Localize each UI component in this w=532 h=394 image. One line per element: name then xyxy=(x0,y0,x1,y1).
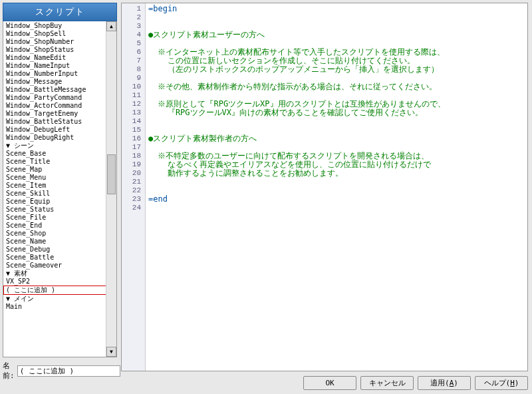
gutter-line: 4 xyxy=(122,31,145,39)
button-bar: OK キャンセル 適用(A) ヘルプ(H) xyxy=(303,376,528,390)
list-item[interactable]: Scene_End xyxy=(3,222,116,230)
gutter-line: 3 xyxy=(122,22,145,31)
list-item[interactable]: Window_NumberInput xyxy=(3,70,116,78)
gutter-line: 10 xyxy=(122,83,145,91)
code-line xyxy=(148,13,446,22)
list-item[interactable]: Scene_Equip xyxy=(3,198,116,206)
list-item[interactable]: Window_ActorCommand xyxy=(3,102,116,110)
list-item[interactable]: Window_ShopSell xyxy=(3,30,116,38)
list-section-header: ▼ 素材 xyxy=(3,270,116,278)
code-line: 『RPGツクールVX』向けの素材であることを確認してご使用ください。 xyxy=(148,108,446,117)
gutter-line: 11 xyxy=(122,91,145,100)
gutter-line: 22 xyxy=(122,186,145,195)
gutter-line: 12 xyxy=(122,100,145,108)
sidebar-title: スクリプト xyxy=(3,3,117,21)
gutter-line: 8 xyxy=(122,65,145,74)
code-line: （左のリストボックスのポップアップメニューから「挿入」を選択します） xyxy=(148,65,446,74)
list-item[interactable]: Scene_Skill xyxy=(3,190,116,198)
name-input[interactable] xyxy=(17,365,120,377)
list-item[interactable]: ( ここに追加 ) xyxy=(3,286,116,295)
list-item[interactable]: Scene_Shop xyxy=(3,230,116,238)
list-item[interactable]: Scene_Map xyxy=(3,166,116,174)
code-line: ●スクリプト素材ユーザーの方へ xyxy=(148,31,446,39)
gutter-line: 6 xyxy=(122,48,145,57)
list-item[interactable]: Window_DebugLeft xyxy=(3,126,116,134)
code-line: =end xyxy=(148,195,446,204)
gutter-line: 13 xyxy=(122,108,145,117)
gutter-line: 5 xyxy=(122,39,145,48)
list-item[interactable]: Window_NameInput xyxy=(3,62,116,70)
list-item[interactable]: Window_TargetEnemy xyxy=(3,110,116,118)
gutter-line: 7 xyxy=(122,57,145,65)
apply-button[interactable]: 適用(A) xyxy=(418,376,471,390)
gutter-line: 16 xyxy=(122,134,145,143)
list-item[interactable]: Scene_Battle xyxy=(3,254,116,262)
gutter-line: 1 xyxy=(122,5,145,13)
script-list[interactable]: Window_ShopBuyWindow_ShopSellWindow_Shop… xyxy=(3,21,117,357)
list-item[interactable]: VX_SP2 xyxy=(3,278,116,286)
list-item[interactable]: Window_ShopStatus xyxy=(3,46,116,54)
list-item[interactable]: Scene_Menu xyxy=(3,174,116,182)
list-item[interactable]: Scene_Gameover xyxy=(3,262,116,270)
code-line xyxy=(148,204,446,212)
list-item[interactable]: Scene_Title xyxy=(3,158,116,166)
code-content[interactable]: =begin●スクリプト素材ユーザーの方へ ※インターネット上の素材配布サイト等… xyxy=(148,5,446,212)
gutter-line: 19 xyxy=(122,160,145,169)
list-item[interactable]: Window_ShopBuy xyxy=(3,22,116,30)
code-line xyxy=(148,186,446,195)
scroll-up-button[interactable]: ▲ xyxy=(106,21,116,31)
name-row: 名前: xyxy=(3,361,117,381)
list-section-header: ▼ シーン xyxy=(3,142,116,150)
gutter-line: 21 xyxy=(122,178,145,186)
code-line xyxy=(148,178,446,186)
list-item[interactable]: Scene_Name xyxy=(3,238,116,246)
gutter-line: 23 xyxy=(122,195,145,204)
list-item[interactable]: Scene_Status xyxy=(3,206,116,214)
list-item[interactable]: Window_BattleStatus xyxy=(3,118,116,126)
code-line: ●スクリプト素材製作者の方へ xyxy=(148,134,446,143)
ok-button[interactable]: OK xyxy=(303,376,356,390)
gutter-line: 14 xyxy=(122,117,145,126)
code-editor[interactable]: 123456789101112131415161718192021222324 … xyxy=(121,3,528,371)
list-item[interactable]: Window_ShopNumber xyxy=(3,38,116,46)
list-item[interactable]: Scene_Item xyxy=(3,182,116,190)
gutter-line: 15 xyxy=(122,126,145,134)
scrollbar[interactable]: ▲ ▼ xyxy=(106,21,116,357)
scroll-thumb[interactable] xyxy=(107,154,116,194)
cancel-button[interactable]: キャンセル xyxy=(360,376,414,390)
code-line: ※その他、素材制作者から特別な指示がある場合は、それに従ってください。 xyxy=(148,83,446,91)
code-line: 動作するように調整されることをお勧めします。 xyxy=(148,169,446,178)
name-label: 名前: xyxy=(3,361,15,381)
list-item[interactable]: Scene_File xyxy=(3,214,116,222)
gutter-line: 2 xyxy=(122,13,145,22)
gutter-line: 17 xyxy=(122,143,145,152)
list-item[interactable]: Window_DebugRight xyxy=(3,134,116,142)
help-button[interactable]: ヘルプ(H) xyxy=(475,376,528,390)
code-line xyxy=(148,117,446,126)
list-item[interactable]: Main xyxy=(3,303,116,311)
list-section-header: ▼ メイン xyxy=(3,295,116,303)
list-item[interactable]: Window_PartyCommand xyxy=(3,94,116,102)
code-line: =begin xyxy=(148,5,446,13)
sidebar: スクリプト Window_ShopBuyWindow_ShopSellWindo… xyxy=(3,3,117,355)
list-item[interactable]: Window_Message xyxy=(3,78,116,86)
scroll-down-button[interactable]: ▼ xyxy=(106,347,116,357)
gutter-line: 9 xyxy=(122,74,145,83)
list-item[interactable]: Window_BattleMessage xyxy=(3,86,116,94)
gutter-line: 18 xyxy=(122,152,145,160)
gutter-line: 24 xyxy=(122,204,145,212)
list-item[interactable]: Scene_Debug xyxy=(3,246,116,254)
list-item[interactable]: Window_NameEdit xyxy=(3,54,116,62)
gutter: 123456789101112131415161718192021222324 xyxy=(122,3,146,371)
list-item[interactable]: Scene_Base xyxy=(3,150,116,158)
gutter-line: 20 xyxy=(122,169,145,178)
